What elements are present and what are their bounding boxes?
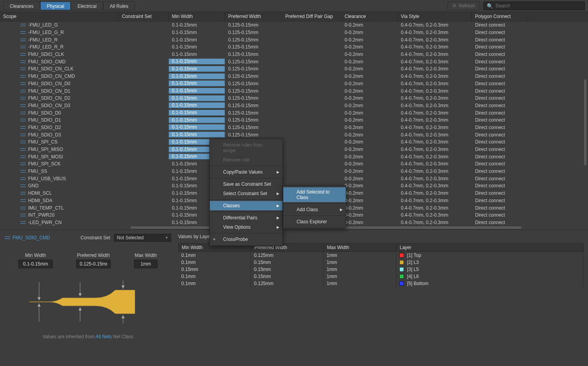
table-row[interactable]: FMU_SDIO_CN_CLK0.1-0.15mm0.125-0.15mm0-0… [0,65,588,73]
layer-min-width[interactable]: 0.1mm [178,258,251,266]
layer-min-width[interactable]: 0.1mm [178,251,251,259]
table-row[interactable]: -FMU_LED_R0.1-0.15mm0.125-0.15mm0-0.2mm0… [0,36,588,43]
cell-polygon-connect[interactable]: Direct connect [472,37,528,43]
ctx-crossprobe[interactable]: ⌖CrossProbe [210,235,282,244]
cell-min-width[interactable]: 0.1-0.15mm [169,52,225,57]
cell-clearance[interactable]: 0-0.2mm [341,110,398,116]
cell-polygon-connect[interactable]: Direct connect [472,212,528,218]
cell-polygon-connect[interactable]: Direct connect [472,176,528,181]
cell-clearance[interactable]: 0-0.2mm [341,81,398,86]
cell-via-style[interactable]: 0.4-0.7mm, 0.2-0.3mm [398,198,472,203]
table-row[interactable]: FMU_SDIO_CN_CMD0.1-0.15mm0.125-0.15mm0-0… [0,73,588,80]
col-constraint-set[interactable]: Constraint Set [119,12,169,21]
layer-row[interactable]: 0.1mm0.15mm1mm[2] L3 [178,259,583,266]
cell-preferred-width[interactable]: 0.125-0.15mm [225,52,282,57]
table-row[interactable]: FMU_SDIO_CMD0.1-0.15mm0.125-0.15mm0-0.2m… [0,58,588,65]
cell-clearance[interactable]: 0-0.2mm [341,212,398,218]
cell-polygon-connect[interactable]: Direct connect [472,125,528,130]
layer-name-cell[interactable]: [1] Top [396,251,583,259]
cell-via-style[interactable]: 0.4-0.7mm, 0.2-0.3mm [398,110,472,116]
layer-max-width[interactable]: 1mm [323,266,396,273]
layer-max-width[interactable]: 1mm [323,258,396,266]
col-polygon-connect[interactable]: Polygon Connect [472,12,528,21]
table-row[interactable]: FMU_SPI_MISO0.1-0.15mm0-0.2mm0.4-0.7mm, … [0,146,588,153]
ctx-select-constraint-set[interactable]: Select Constraint Set▶ [210,189,282,198]
layer-preferred-width[interactable]: 0.15mm [251,258,323,266]
cell-clearance[interactable]: 0-0.2mm [341,44,398,50]
cell-polygon-connect[interactable]: Direct connect [472,132,528,138]
preferred-width-input[interactable] [76,260,111,268]
cell-via-style[interactable]: 0.4-0.7mm, 0.2-0.3mm [398,22,472,28]
cell-min-width[interactable]: 0.1-0.15mm [169,44,225,50]
table-row[interactable]: -FMU_LED_G0.1-0.15mm0.125-0.15mm0-0.2mm0… [0,22,588,29]
cell-clearance[interactable]: 0-0.2mm [341,147,398,152]
cell-via-style[interactable]: 0.4-0.7mm, 0.2-0.3mm [398,132,472,138]
table-row[interactable]: FMU_SDIO_D20.1-0.15mm0.125-0.15mm0-0.2mm… [0,124,588,131]
cell-via-style[interactable]: 0.4-0.7mm, 0.2-0.3mm [398,88,472,94]
layer-max-width[interactable]: 1mm [323,251,396,259]
cell-clearance[interactable]: 0-0.2mm [341,37,398,43]
layer-name-cell[interactable]: [3] L5 [396,266,583,273]
cell-min-width[interactable]: 0.1-0.15mm [169,88,225,94]
table-row[interactable]: FMU_SS0.1-0.15mm0-0.2mm0.4-0.7mm, 0.2-0.… [0,168,588,175]
ctx-classes[interactable]: Classes▶ [210,201,282,210]
cell-clearance[interactable]: 0-0.2mm [341,176,398,181]
cell-min-width[interactable]: 0.1-0.15mm [169,59,225,65]
layer-col-max[interactable]: Max Width [324,244,397,251]
layer-col-layer[interactable]: Layer [397,244,583,251]
cell-preferred-width[interactable]: 0.125-0.15mm [225,22,282,28]
cell-polygon-connect[interactable]: Direct connect [472,81,528,86]
layer-preferred-width[interactable]: 0.125mm [251,280,323,287]
cell-preferred-width[interactable]: 0.125-0.15mm [225,95,282,101]
layer-preferred-width[interactable]: 0.125mm [251,251,323,259]
cell-polygon-connect[interactable]: Direct connect [472,220,528,225]
cell-polygon-connect[interactable]: Direct connect [472,44,528,50]
ctx-save-as-constraint-set[interactable]: Save as Constraint Set [210,179,282,189]
layer-row[interactable]: 0.1mm0.125mm1mm[1] Top [178,252,583,259]
vertical-scrollbar-thumb[interactable] [584,79,586,165]
col-min-width[interactable]: Min Width [169,12,225,21]
table-row[interactable]: FMU_SDIO_D00.1-0.15mm0.125-0.15mm0-0.2mm… [0,109,588,117]
cell-via-style[interactable]: 0.4-0.7mm, 0.2-0.3mm [398,154,472,160]
table-row[interactable]: FMU_SPI_CS0.1-0.15mm0-0.2mm0.4-0.7mm, 0.… [0,138,588,146]
cell-clearance[interactable]: 0-0.2mm [341,52,398,57]
cell-via-style[interactable]: 0.4-0.7mm, 0.2-0.3mm [398,147,472,152]
cell-clearance[interactable]: 0-0.2mm [341,154,398,160]
cell-clearance[interactable]: 0-0.2mm [341,132,398,138]
col-preferred-width[interactable]: Preferred Width [225,12,282,21]
cell-polygon-connect[interactable]: Direct connect [472,66,528,72]
col-diff-pair-gap[interactable]: Preferred Diff Pair Gap [282,12,341,21]
cell-via-style[interactable]: 0.4-0.7mm, 0.2-0.3mm [398,37,472,43]
layer-min-width[interactable]: 0.1mm [178,280,251,287]
ctx-add-class[interactable]: Add Class▶ [283,205,346,214]
cell-polygon-connect[interactable]: Direct connect [472,59,528,65]
cell-preferred-width[interactable]: 0.125-0.15mm [225,117,282,123]
layer-name-cell[interactable]: [5] Bottom [396,280,583,287]
max-width-input[interactable] [134,260,157,268]
cell-clearance[interactable]: 0-0.2mm [341,198,398,203]
cell-clearance[interactable]: 0-0.2mm [341,95,398,101]
cell-polygon-connect[interactable]: Direct connect [472,147,528,152]
cell-via-style[interactable]: 0.4-0.7mm, 0.2-0.3mm [398,190,472,196]
min-width-input[interactable] [18,260,53,268]
cell-via-style[interactable]: 0.4-0.7mm, 0.2-0.3mm [398,117,472,123]
cell-min-width[interactable]: 0.1-0.15mm [169,66,225,72]
cell-preferred-width[interactable]: 0.125-0.15mm [225,59,282,65]
cell-clearance[interactable]: 0-0.2mm [341,169,398,174]
layer-max-width[interactable]: 1mm [323,273,396,280]
cell-via-style[interactable]: 0.4-0.7mm, 0.2-0.3mm [398,161,472,167]
cell-polygon-connect[interactable]: Direct connect [472,190,528,196]
cell-min-width[interactable]: 0.1-0.15mm [169,37,225,43]
layer-row[interactable]: 0.1mm0.125mm1mm[5] Bottom [178,280,583,287]
cell-polygon-connect[interactable]: Direct connect [472,52,528,57]
cell-via-style[interactable]: 0.4-0.7mm, 0.2-0.3mm [398,139,472,145]
cell-polygon-connect[interactable]: Direct connect [472,22,528,28]
cell-clearance[interactable]: 0-0.2mm [341,220,398,225]
cell-polygon-connect[interactable]: Direct connect [472,103,528,108]
cell-via-style[interactable]: 0.4-0.7mm, 0.2-0.3mm [398,103,472,108]
table-row[interactable]: FMU_SDIO_CN_D00.1-0.15mm0.125-0.15mm0-0.… [0,80,588,88]
ctx-add-selected-to-class[interactable]: Add Selected to Class [283,187,346,202]
cell-min-width[interactable]: 0.1-0.15mm [169,95,225,101]
cell-min-width[interactable]: 0.1-0.15mm [169,102,225,108]
cell-clearance[interactable]: 0-0.2mm [341,30,398,35]
